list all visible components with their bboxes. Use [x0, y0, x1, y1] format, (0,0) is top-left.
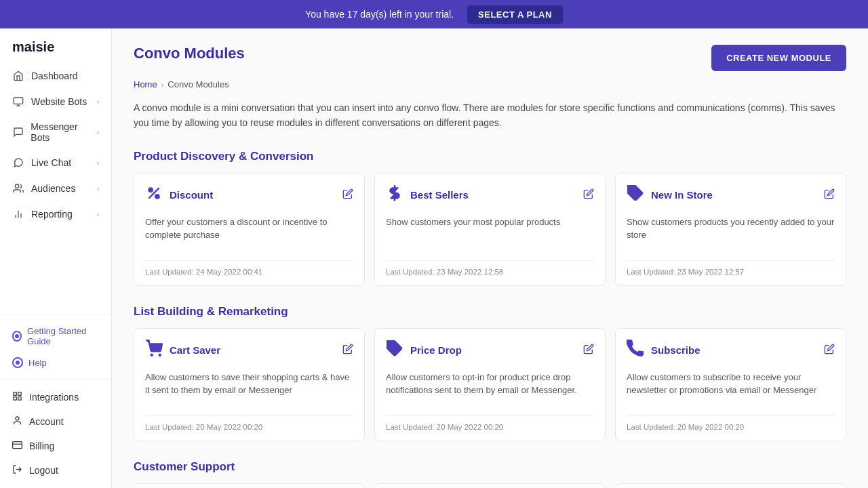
sidebar-item-messenger-bots[interactable]: Messenger Bots ‹ [0, 115, 111, 150]
chevron-icon: ‹ [97, 98, 99, 106]
logout-icon [12, 464, 22, 476]
card-updated-discount: Last Updated: 24 May 2022 00:41 [145, 260, 353, 276]
page-description: A convo module is a mini conversation th… [134, 100, 846, 131]
chevron-icon-3: ‹ [97, 159, 99, 167]
card-edit-button-price-drop[interactable] [583, 344, 594, 357]
chevron-icon-4: ‹ [97, 185, 99, 192]
sidebar-label-messenger-bots: Messenger Bots [31, 121, 96, 143]
module-card-new-in-store[interactable]: New In Store Show customers products you… [615, 173, 846, 286]
module-card-cart-saver[interactable]: Cart Saver Allow customers to save their… [134, 328, 365, 441]
card-icon-new-in-store [627, 184, 644, 206]
account-label: Account [29, 416, 64, 427]
card-icon-subscribe [627, 340, 644, 361]
sidebar-item-getting-started[interactable]: Getting Started Guide [0, 321, 111, 352]
getting-started-label: Getting Started Guide [27, 326, 99, 346]
trial-banner: You have 17 day(s) left in your trial. S… [0, 0, 868, 28]
card-top-cart-saver: Cart Saver [145, 340, 353, 361]
svg-point-7 [15, 334, 19, 338]
sidebar-item-reporting[interactable]: Reporting ‹ [0, 201, 111, 227]
module-card-best-sellers[interactable]: Best Sellers Show customers your most po… [374, 173, 606, 286]
sidebar: maisie Dashboard Website Bots ‹ [0, 28, 112, 488]
audiences-icon [12, 182, 24, 195]
module-card-faq[interactable]: FAQ Allow customers to find instant answ… [615, 483, 846, 488]
chevron-icon-5: ‹ [97, 211, 99, 218]
home-icon [12, 70, 24, 82]
card-icon-discount [145, 184, 163, 206]
card-description-new-in-store: Show customers products you recently add… [627, 216, 835, 251]
module-card-price-drop[interactable]: Price Drop Allow customers to opt-in for… [374, 328, 606, 441]
getting-started-icon [12, 331, 22, 342]
app-logo: maisie [0, 28, 111, 63]
website-bots-icon [12, 96, 24, 108]
card-top-price-drop: Price Drop [386, 340, 594, 361]
card-icon-best-sellers [386, 184, 403, 206]
card-title-best-sellers: Best Sellers [410, 189, 469, 201]
card-edit-button-best-sellers[interactable] [583, 188, 594, 201]
sidebar-label-audiences: Audiences [31, 183, 75, 194]
card-title-price-drop: Price Drop [410, 344, 462, 356]
svg-point-3 [15, 184, 18, 188]
sidebar-item-dashboard[interactable]: Dashboard [0, 63, 111, 89]
card-description-discount: Offer your customers a discount or incen… [145, 216, 353, 251]
module-card-order-status[interactable]: Order Status Enable customers to check t… [134, 483, 365, 488]
card-updated-best-sellers: Last Updated: 23 May 2022 12:58 [386, 260, 594, 276]
sidebar-item-billing[interactable]: Billing [0, 434, 111, 458]
chevron-icon-2: ‹ [97, 129, 99, 136]
card-edit-button-new-in-store[interactable] [824, 188, 835, 201]
card-top-subscribe: Subscribe [627, 340, 835, 361]
svg-point-8 [16, 361, 20, 365]
svg-point-13 [16, 417, 19, 420]
sidebar-label-live-chat: Live Chat [31, 157, 71, 168]
sidebar-nav: Dashboard Website Bots ‹ Messenger B [0, 63, 111, 314]
card-icon-price-drop [386, 340, 403, 361]
sidebar-item-audiences[interactable]: Audiences ‹ [0, 176, 111, 201]
card-description-subscribe: Allow customers to subscribe to receive … [627, 371, 835, 406]
sidebar-help-section: Getting Started Guide Help [0, 314, 111, 379]
svg-point-23 [159, 354, 161, 355]
sidebar-item-logout[interactable]: Logout [0, 458, 111, 483]
select-plan-button[interactable]: SELECT A PLAN [467, 5, 563, 24]
sidebar-item-account[interactable]: Account [0, 409, 111, 434]
integrations-icon [12, 391, 22, 403]
breadcrumb-home[interactable]: Home [134, 79, 157, 89]
card-title-new-in-store: New In Store [651, 189, 713, 201]
card-icon-cart-saver [145, 340, 163, 361]
module-card-discount[interactable]: Discount Offer your customers a discount… [134, 173, 365, 286]
account-icon [12, 415, 22, 428]
sidebar-label-website-bots: Website Bots [31, 96, 87, 107]
module-grid-list-building: Cart Saver Allow customers to save their… [134, 328, 846, 441]
card-description-cart-saver: Allow customers to save their shopping c… [145, 371, 353, 406]
module-card-subscribe[interactable]: Subscribe Allow customers to subscribe t… [615, 328, 846, 441]
card-edit-button-cart-saver[interactable] [342, 344, 353, 357]
svg-rect-14 [13, 442, 22, 449]
section-list-building: List Building & Remarketing Cart Saver A… [134, 305, 846, 441]
breadcrumb-current: Convo Modules [167, 79, 229, 89]
sidebar-label-reporting: Reporting [31, 209, 73, 220]
section-title-product-discovery: Product Discovery & Conversion [134, 150, 846, 163]
sidebar-label-dashboard: Dashboard [31, 70, 78, 81]
page-header: Convo Modules CREATE NEW MODULE [134, 45, 846, 71]
svg-point-18 [155, 195, 159, 198]
svg-point-22 [151, 354, 153, 355]
section-title-customer-support: Customer Support [134, 460, 846, 474]
card-title-discount: Discount [170, 189, 213, 201]
breadcrumb: Home › Convo Modules [134, 79, 846, 89]
breadcrumb-separator: › [161, 81, 164, 89]
card-edit-button-subscribe[interactable] [824, 344, 835, 357]
sidebar-item-live-chat[interactable]: Live Chat ‹ [0, 150, 111, 176]
card-description-best-sellers: Show customers your most popular product… [386, 216, 594, 251]
card-updated-cart-saver: Last Updated: 20 May 2022 00:20 [145, 415, 353, 431]
page-title: Convo Modules [134, 45, 245, 62]
svg-rect-11 [14, 397, 16, 400]
sidebar-item-website-bots[interactable]: Website Bots ‹ [0, 89, 111, 115]
card-title-cart-saver: Cart Saver [170, 344, 220, 356]
svg-rect-9 [14, 392, 16, 395]
card-edit-button-discount[interactable] [342, 188, 353, 201]
create-module-button[interactable]: CREATE NEW MODULE [711, 45, 846, 71]
reporting-icon [12, 208, 24, 220]
sidebar-item-help[interactable]: Help [0, 352, 111, 373]
module-card-handover-to-human[interactable]: Handover to Human Allow customers to cha… [374, 483, 606, 488]
section-product-discovery: Product Discovery & Conversion Discount … [134, 150, 846, 286]
section-customer-support: Customer Support Order Status Enable cus… [134, 460, 846, 488]
sidebar-item-integrations[interactable]: Integrations [0, 385, 111, 409]
